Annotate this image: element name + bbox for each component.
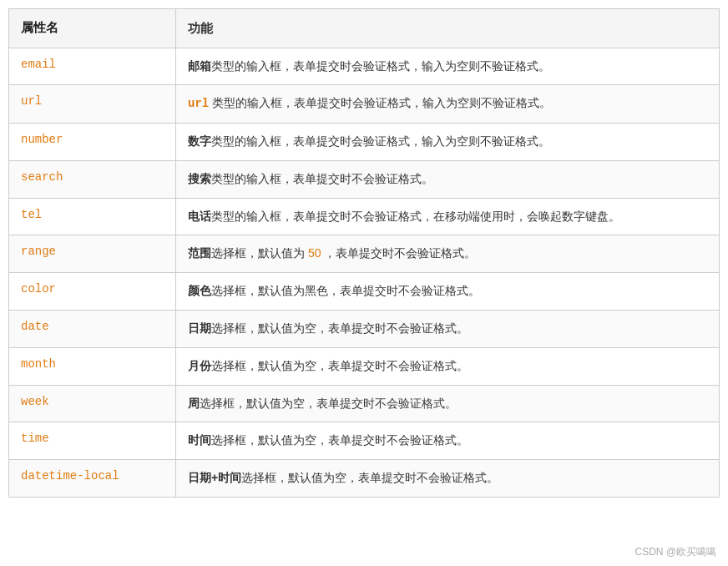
attr-name: month: [21, 357, 56, 371]
attr-name: time: [21, 432, 49, 445]
table-row: email邮箱类型的输入框，表单提交时会验证格式，输入为空则不验证格式。: [9, 48, 720, 85]
attr-name: range: [21, 245, 56, 258]
func-cell: 日期选择框，默认值为空，表单提交时不会验证格式。: [176, 311, 720, 348]
table-row: search搜索类型的输入框，表单提交时不会验证格式。: [9, 160, 720, 198]
table-row: tel电话类型的输入框，表单提交时不会验证格式，在移动端使用时，会唤起数字键盘。: [9, 198, 720, 235]
func-cell: 数字类型的输入框，表单提交时会验证格式，输入为空则不验证格式。: [176, 124, 720, 161]
watermark: CSDN @欧买噶噶: [634, 545, 716, 559]
attr-name: week: [21, 395, 49, 408]
attr-cell: number: [9, 124, 176, 161]
table-row: week周选择框，默认值为空，表单提交时不会验证格式。: [9, 385, 720, 422]
attr-cell: search: [9, 160, 176, 198]
attr-cell: month: [9, 347, 176, 385]
attr-cell: url: [9, 85, 176, 124]
func-cell: 日期+时间选择框，默认值为空，表单提交时不会验证格式。: [176, 460, 720, 498]
table-row: month月份选择框，默认值为空，表单提交时不会验证格式。: [9, 347, 720, 385]
attr-name: date: [21, 320, 49, 333]
attr-name: url: [21, 94, 42, 108]
table-header-row: 属性名 功能: [9, 9, 720, 48]
func-cell: 月份选择框，默认值为空，表单提交时不会验证格式。: [176, 347, 720, 385]
attr-name: tel: [21, 208, 42, 221]
attr-name: search: [21, 170, 63, 184]
table-row: number数字类型的输入框，表单提交时会验证格式，输入为空则不验证格式。: [9, 124, 720, 161]
func-cell: 电话类型的输入框，表单提交时不会验证格式，在移动端使用时，会唤起数字键盘。: [176, 198, 720, 235]
header-attr: 属性名: [9, 9, 176, 48]
func-cell: 范围选择框，默认值为 50 ，表单提交时不会验证格式。: [176, 235, 720, 273]
header-func: 功能: [176, 9, 720, 48]
func-cell: 颜色选择框，默认值为黑色，表单提交时不会验证格式。: [176, 273, 720, 311]
table-row: urlurl 类型的输入框，表单提交时会验证格式，输入为空则不验证格式。: [9, 85, 720, 124]
attr-cell: date: [9, 311, 176, 348]
attr-cell: range: [9, 235, 176, 273]
attribute-table: 属性名 功能 email邮箱类型的输入框，表单提交时会验证格式，输入为空则不验证…: [8, 8, 720, 498]
attr-name: email: [21, 58, 56, 71]
table-row: time时间选择框，默认值为空，表单提交时不会验证格式。: [9, 422, 720, 460]
attr-name: datetime-local: [21, 469, 119, 483]
func-cell: 时间选择框，默认值为空，表单提交时不会验证格式。: [176, 422, 720, 460]
func-cell: 邮箱类型的输入框，表单提交时会验证格式，输入为空则不验证格式。: [176, 48, 720, 85]
table-row: range范围选择框，默认值为 50 ，表单提交时不会验证格式。: [9, 235, 720, 273]
table-row: date日期选择框，默认值为空，表单提交时不会验证格式。: [9, 311, 720, 348]
func-cell: url 类型的输入框，表单提交时会验证格式，输入为空则不验证格式。: [176, 85, 720, 124]
attr-cell: datetime-local: [9, 460, 176, 498]
attr-cell: tel: [9, 198, 176, 235]
table-row: color颜色选择框，默认值为黑色，表单提交时不会验证格式。: [9, 273, 720, 311]
attr-cell: color: [9, 273, 176, 311]
func-cell: 周选择框，默认值为空，表单提交时不会验证格式。: [176, 385, 720, 422]
attr-name: number: [21, 133, 63, 146]
func-cell: 搜索类型的输入框，表单提交时不会验证格式。: [176, 160, 720, 198]
attr-cell: time: [9, 422, 176, 460]
attr-name: color: [21, 282, 56, 296]
page-wrapper: 属性名 功能 email邮箱类型的输入框，表单提交时会验证格式，输入为空则不验证…: [0, 0, 728, 566]
table-row: datetime-local日期+时间选择框，默认值为空，表单提交时不会验证格式…: [9, 460, 720, 498]
attr-cell: email: [9, 48, 176, 85]
attr-cell: week: [9, 385, 176, 422]
